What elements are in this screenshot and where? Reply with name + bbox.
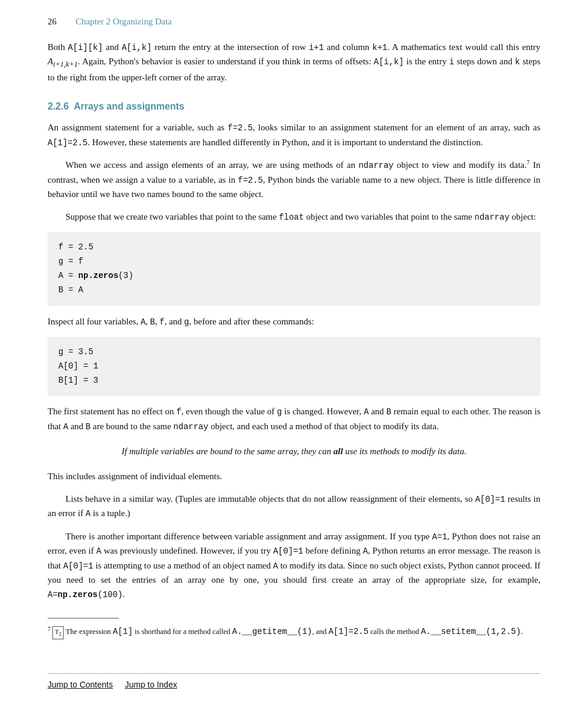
code-block-1: f = 2.5 g = f A = np.zeros(3) B = A <box>48 232 540 305</box>
page-footer: Jump to Contents Jump to Index <box>48 673 540 689</box>
section-paragraph-2: When we access and assign elements of an… <box>48 158 540 201</box>
footnote: 7 T2 The expression A[1] is shorthand fo… <box>48 624 540 639</box>
page-header: 26 Chapter 2 Organizing Data <box>48 17 540 27</box>
page-number: 26 <box>48 17 57 27</box>
jump-to-contents-link[interactable]: Jump to Contents <box>48 680 113 689</box>
code-line: g = 3.5 <box>58 345 530 360</box>
code-line: B = A <box>58 283 530 298</box>
paragraph-lists: Lists behave in a similar way. (Tuples a… <box>48 492 540 521</box>
section-paragraph-1: An assignment statement for a variable, … <box>48 120 540 149</box>
footnote-symbol: T2 <box>52 626 64 639</box>
blockquote: If multiple variables are bound to the s… <box>95 444 493 458</box>
code-line: B[1] = 3 <box>58 374 530 388</box>
intro-paragraph: Both A[i][k] and A[i,k] return the entry… <box>48 40 540 85</box>
code-line: A[0] = 1 <box>58 360 530 374</box>
section-paragraph-3: Suppose that we create two variables tha… <box>48 210 540 224</box>
footnote-divider <box>48 618 119 618</box>
jump-to-index-link[interactable]: Jump to Index <box>125 680 177 689</box>
section-heading: 2.2.6 Arrays and assignments <box>48 101 540 112</box>
paragraph-inspect: Inspect all four variables, A, B, f, and… <box>48 314 540 329</box>
code-block-2: g = 3.5 A[0] = 1 B[1] = 3 <box>48 337 540 396</box>
paragraph-after-code: The first statement has no effect on f, … <box>48 404 540 433</box>
paragraph-difference: There is another important difference be… <box>48 529 540 602</box>
code-line: f = 2.5 <box>58 240 530 255</box>
code-line: A = np.zeros(3) <box>58 269 530 283</box>
code-line: g = f <box>58 255 530 269</box>
chapter-title: Chapter 2 Organizing Data <box>76 17 172 27</box>
paragraph-includes: This includes assignment of individual e… <box>48 469 540 483</box>
